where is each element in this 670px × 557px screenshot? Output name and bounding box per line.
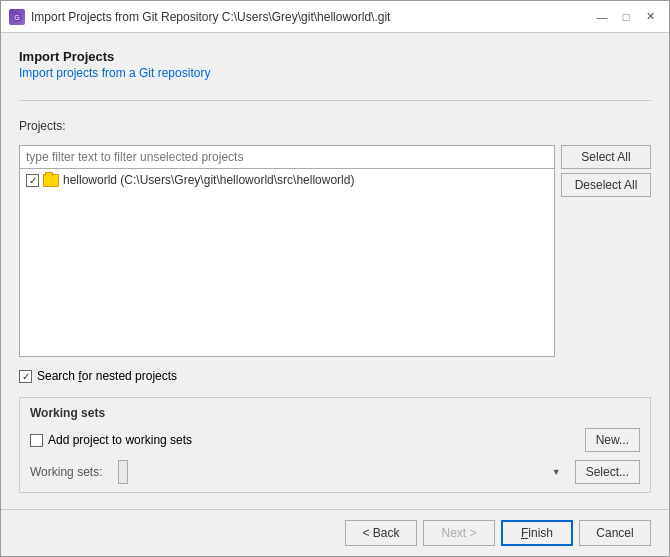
svg-text:G: G bbox=[14, 14, 19, 21]
working-sets-group: Working sets Add project to working sets… bbox=[19, 397, 651, 493]
project-name: helloworld (C:\Users\Grey\git\helloworld… bbox=[63, 173, 354, 187]
nested-projects-label[interactable]: Search for nested projects bbox=[19, 369, 177, 383]
maximize-button[interactable]: □ bbox=[615, 6, 637, 28]
list-item[interactable]: helloworld (C:\Users\Grey\git\helloworld… bbox=[22, 171, 552, 189]
footer: < Back Next > Finish Cancel bbox=[1, 509, 669, 556]
filter-and-list: helloworld (C:\Users\Grey\git\helloworld… bbox=[19, 145, 555, 357]
project-checkbox[interactable] bbox=[26, 174, 39, 187]
working-sets-legend: Working sets bbox=[30, 406, 640, 420]
working-sets-add-row: Add project to working sets New... bbox=[30, 428, 640, 452]
side-buttons: Select All Deselect All bbox=[561, 145, 651, 357]
content-area: Import Projects Import projects from a G… bbox=[1, 33, 669, 509]
projects-label: Projects: bbox=[19, 119, 651, 133]
window-title: Import Projects from Git Repository C:\U… bbox=[31, 10, 390, 24]
folder-icon bbox=[43, 174, 59, 187]
nested-projects-checkbox[interactable] bbox=[19, 370, 32, 383]
working-sets-label: Working sets: bbox=[30, 465, 110, 479]
add-to-working-sets-label[interactable]: Add project to working sets bbox=[30, 433, 192, 447]
working-sets-select-wrapper bbox=[118, 460, 567, 484]
back-label: < Back bbox=[362, 526, 399, 540]
next-button[interactable]: Next > bbox=[423, 520, 495, 546]
app-icon: G bbox=[9, 9, 25, 25]
title-bar-left: G Import Projects from Git Repository C:… bbox=[9, 9, 390, 25]
working-sets-select[interactable] bbox=[118, 460, 128, 484]
add-to-working-sets-text: Add project to working sets bbox=[48, 433, 192, 447]
new-working-set-button[interactable]: New... bbox=[585, 428, 640, 452]
nested-projects-text: Search for nested projects bbox=[37, 369, 177, 383]
select-working-set-button[interactable]: Select... bbox=[575, 460, 640, 484]
header-section: Import Projects Import projects from a G… bbox=[19, 49, 651, 88]
projects-area: helloworld (C:\Users\Grey\git\helloworld… bbox=[19, 145, 651, 357]
back-button[interactable]: < Back bbox=[345, 520, 417, 546]
header-divider bbox=[19, 100, 651, 101]
window-controls: — □ ✕ bbox=[591, 6, 661, 28]
project-list: helloworld (C:\Users\Grey\git\helloworld… bbox=[19, 169, 555, 357]
filter-input[interactable] bbox=[19, 145, 555, 169]
select-all-button[interactable]: Select All bbox=[561, 145, 651, 169]
nested-projects-row: Search for nested projects bbox=[19, 369, 651, 383]
add-to-working-sets-checkbox[interactable] bbox=[30, 434, 43, 447]
page-title: Import Projects bbox=[19, 49, 651, 64]
finish-button[interactable]: Finish bbox=[501, 520, 573, 546]
deselect-all-button[interactable]: Deselect All bbox=[561, 173, 651, 197]
working-sets-input-row: Working sets: Select... bbox=[30, 460, 640, 484]
cancel-button[interactable]: Cancel bbox=[579, 520, 651, 546]
finish-label: Finish bbox=[521, 526, 553, 540]
close-button[interactable]: ✕ bbox=[639, 6, 661, 28]
page-subtitle: Import projects from a Git repository bbox=[19, 66, 651, 80]
title-bar: G Import Projects from Git Repository C:… bbox=[1, 1, 669, 33]
minimize-button[interactable]: — bbox=[591, 6, 613, 28]
next-label: Next > bbox=[441, 526, 476, 540]
main-window: G Import Projects from Git Repository C:… bbox=[0, 0, 670, 557]
